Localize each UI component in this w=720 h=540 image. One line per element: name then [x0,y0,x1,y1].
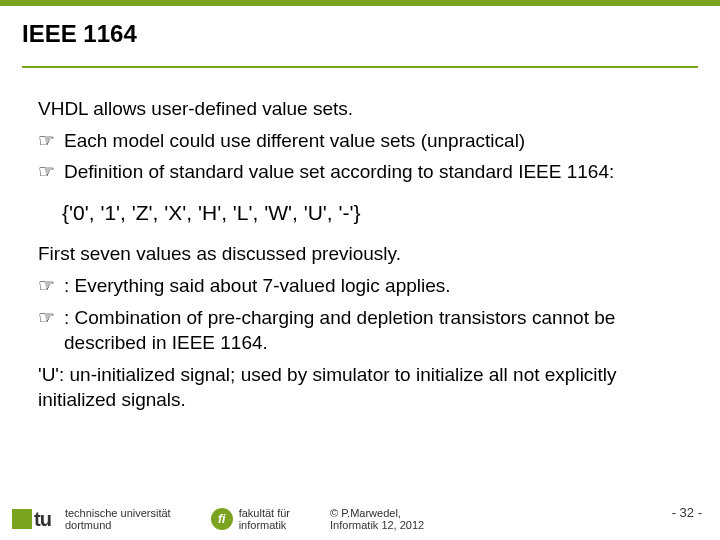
hand-icon: ☞ [38,273,64,299]
bullet-item: ☞ Each model could use different value s… [38,128,690,154]
footer: tu technische universität dortmund fi fa… [0,507,720,532]
copy-line1: © P.Marwedel, [330,507,424,520]
copyright: © P.Marwedel, Informatik 12, 2012 [330,507,424,532]
copy-line2: Informatik 12, 2012 [330,519,424,532]
fak-line1: fakultät für [239,507,290,520]
slide-title: IEEE 1164 [22,20,698,48]
title-area: IEEE 1164 [0,6,720,56]
faculty-name: fakultät für informatik [239,507,290,532]
fi-logo-icon: fi [211,508,233,530]
bullet-text: Each model could use different value set… [64,128,690,154]
para-text: First seven values as discussed previous… [38,241,690,267]
hand-icon: ☞ [38,305,64,356]
value-set: {'0', '1', 'Z', 'X', 'H', 'L', 'W', 'U',… [62,199,690,227]
bullet-text: : Combination of pre-charging and deplet… [64,305,690,356]
bullet-text: Definition of standard value set accordi… [64,159,690,185]
hand-icon: ☞ [38,159,64,185]
bullet-item: ☞ : Combination of pre-charging and depl… [38,305,690,356]
slide-body: VHDL allows user-defined value sets. ☞ E… [0,68,720,413]
uni-line1: technische universität [65,507,171,520]
hand-icon: ☞ [38,128,64,154]
university-name: technische universität dortmund [65,507,171,532]
intro-text: VHDL allows user-defined value sets. [38,96,690,122]
tu-logo: tu [12,508,51,531]
page-number: - 32 - [672,505,702,520]
para-text: 'U': un-initialized signal; used by simu… [38,362,690,413]
tu-logo-box [12,509,32,529]
bullet-text: : Everything said about 7-valued logic a… [64,273,690,299]
bullet-item: ☞ Definition of standard value set accor… [38,159,690,185]
uni-line2: dortmund [65,519,171,532]
bullet-item: ☞ : Everything said about 7-valued logic… [38,273,690,299]
faculty-block: fi fakultät für informatik [211,507,290,532]
tu-logo-text: tu [34,508,51,531]
fak-line2: informatik [239,519,290,532]
